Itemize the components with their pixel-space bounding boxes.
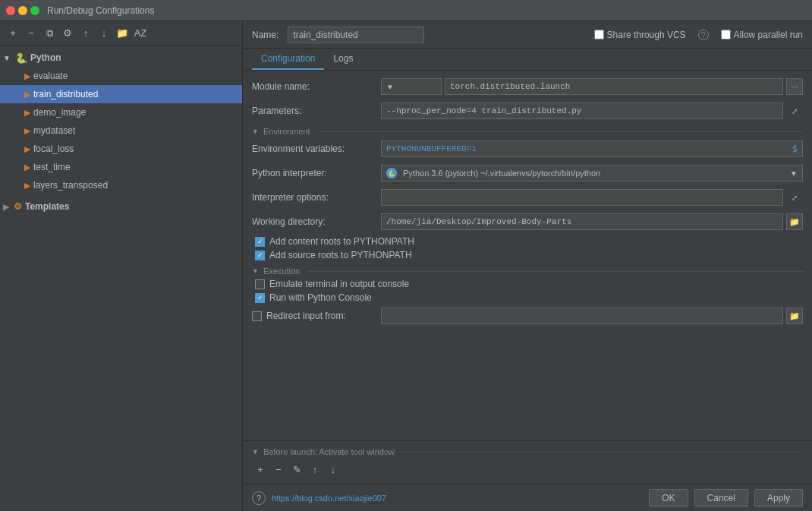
python-interpreter-value: Python 3.6 (pytorch) ~/.virtualenvs/pyto… [403,169,600,178]
run-icon-evaluate: ▶ [24,71,30,81]
add-content-roots-checkbox[interactable] [255,237,265,247]
add-content-roots-label[interactable]: Add content roots to PYTHONPATH [269,236,414,247]
python-interp-icon: 🐍 [386,168,397,178]
share-help-icon[interactable]: ? [698,30,709,40]
add-source-roots-label[interactable]: Add source roots to PYTHONPATH [269,250,412,260]
execution-arrow[interactable]: ▼ [252,267,259,275]
emulate-terminal-label[interactable]: Emulate terminal in output console [269,279,409,289]
python-interpreter-field: 🐍 Python 3.6 (pytorch) ~/.virtualenvs/py… [381,165,803,181]
window-title: Run/Debug Configurations [47,5,154,16]
module-name-label: Module name: [252,81,381,92]
tree-group-python[interactable]: ▼ 🐍 Python [0,49,242,67]
sidebar-item-test-time[interactable]: ▶ test_time [0,158,242,176]
interpreter-options-expand-button[interactable]: ⤢ [786,189,803,206]
name-label: Name: [252,30,279,40]
cancel-button[interactable]: Cancel [694,489,748,507]
redirect-input-field: 📁 [381,308,803,324]
allow-parallel-checkbox[interactable] [721,30,731,39]
run-icon-demo: ▶ [24,108,30,118]
env-vars-icon: $ [792,144,798,154]
sidebar-item-label-layers: layers_transposed [33,180,108,191]
tree-group-templates[interactable]: ▶ ⚙ Templates [0,197,242,216]
sidebar-tree: ▼ 🐍 Python ▶ evaluate ▶ train_distribute… [0,46,242,511]
run-python-console-checkbox[interactable] [255,293,265,303]
sidebar-item-mydataset[interactable]: ▶ mydataset [0,121,242,140]
env-vars-value: PYTHONUNBUFFERED=1 [386,144,477,153]
before-launch-add[interactable]: + [252,461,269,478]
minimize-button[interactable] [18,6,27,15]
move-down-button[interactable]: ↓ [96,25,112,42]
move-up-button[interactable]: ↑ [77,25,94,42]
module-name-menu-button[interactable]: ··· [786,78,803,95]
maximize-button[interactable] [30,6,39,15]
sidebar-item-layers-transposed[interactable]: ▶ layers_transposed [0,176,242,194]
interpreter-options-input[interactable] [381,189,783,206]
close-button[interactable] [6,6,15,15]
help-button[interactable]: ? [252,491,266,505]
python-group-icon: 🐍 [15,52,27,64]
share-vcs-checkbox[interactable] [594,30,604,39]
parameters-expand-button[interactable]: ⤢ [786,103,803,119]
working-directory-input[interactable] [381,213,783,230]
ok-button[interactable]: OK [649,489,688,507]
add-content-roots-row: Add content roots to PYTHONPATH [252,236,803,247]
parameters-row: Parameters: ⤢ [252,101,803,121]
redirect-input-folder-button[interactable]: 📁 [786,308,803,324]
sidebar-item-label-mydataset: mydataset [33,125,75,136]
environment-arrow[interactable]: ▼ [252,128,259,135]
copy-config-button[interactable]: ⧉ [41,25,58,42]
share-vcs-label[interactable]: Share through VCS [594,30,686,40]
module-name-input[interactable] [445,78,783,95]
emulate-terminal-checkbox[interactable] [255,279,265,289]
python-interpreter-select[interactable]: 🐍 Python 3.6 (pytorch) ~/.virtualenvs/py… [381,165,803,181]
redirect-input-label: Redirect input from: [266,311,346,321]
tabs-container: Configuration Logs [243,49,812,71]
title-bar: Run/Debug Configurations [0,0,812,21]
parameters-label: Parameters: [252,106,381,116]
before-launch-down[interactable]: ↓ [325,461,341,478]
allow-parallel-label[interactable]: Allow parallel run [721,30,803,40]
redirect-input-row: Redirect input from: 📁 [252,306,803,326]
redirect-input-checkbox[interactable] [252,311,262,321]
run-icon-test: ▶ [24,162,30,172]
sort-button[interactable]: AZ [132,25,149,42]
before-launch-arrow[interactable]: ▼ [252,448,259,456]
footer: ? https://blog.csdn.net/xiaojie007 OK Ca… [243,484,812,511]
apply-button[interactable]: Apply [754,489,803,507]
env-vars-display[interactable]: PYTHONUNBUFFERED=1 $ [381,140,803,157]
module-name-select[interactable]: ▼ [381,78,442,95]
sidebar-item-demo-image[interactable]: ▶ demo_image [0,103,242,121]
parameters-input[interactable] [381,103,783,119]
env-vars-label: Environment variables: [252,144,381,154]
python-interpreter-row: Python interpreter: 🐍 Python 3.6 (pytorc… [252,163,803,183]
environment-section-header: ▼ Environment [252,127,803,136]
sidebar-item-train-distributed[interactable]: ▶ train_distributed [0,85,242,103]
config-form: Module name: ▼ ··· Parameters: ⤢ [243,71,812,440]
remove-config-button[interactable]: − [23,25,39,42]
sidebar-item-evaluate[interactable]: ▶ evaluate [0,67,242,85]
tab-configuration[interactable]: Configuration [252,49,324,70]
folder-button[interactable]: 📁 [114,25,131,42]
add-source-roots-checkbox[interactable] [255,251,265,260]
python-group-arrow: ▼ [3,54,11,62]
python-interpreter-label: Python interpreter: [252,168,381,178]
status-url[interactable]: https://blog.csdn.net/xiaojie007 [272,494,386,503]
before-launch-remove[interactable]: − [270,461,287,478]
config-name-input[interactable] [288,27,424,43]
add-config-button[interactable]: + [5,25,21,42]
sidebar-item-label-evaluate: evaluate [33,71,68,81]
settings-button[interactable]: ⚙ [59,25,76,42]
working-directory-folder-button[interactable]: 📁 [786,213,803,230]
sidebar: + − ⧉ ⚙ ↑ ↓ 📁 AZ ▼ 🐍 Python ▶ evaluate ▶… [0,21,243,511]
run-icon-layers: ▶ [24,181,30,191]
redirect-input-input[interactable] [381,308,783,324]
window-controls[interactable] [6,6,39,15]
interpreter-options-label: Interpreter options: [252,192,381,203]
before-launch-up[interactable]: ↑ [307,461,323,478]
module-name-row: Module name: ▼ ··· [252,77,803,96]
sidebar-item-focal-loss[interactable]: ▶ focal_loss [0,140,242,158]
before-launch-edit[interactable]: ✎ [288,461,305,478]
run-icon-mydataset: ▶ [24,126,30,136]
run-python-console-label[interactable]: Run with Python Console [269,292,372,303]
tab-logs[interactable]: Logs [324,49,362,70]
